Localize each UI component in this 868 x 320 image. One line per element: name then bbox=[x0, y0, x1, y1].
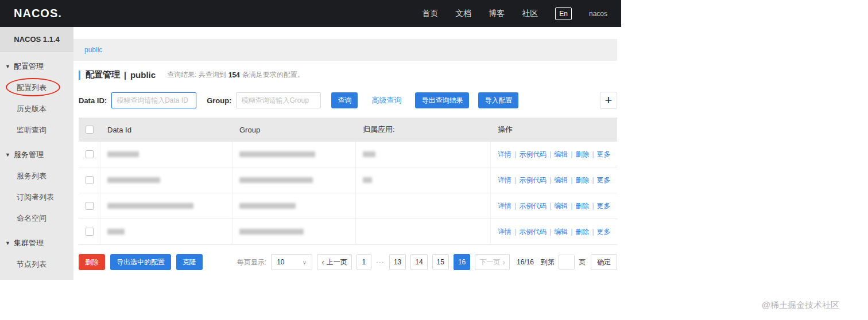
action-edit[interactable]: 编辑 bbox=[554, 201, 568, 211]
sidebar-section-cluster[interactable]: ▼ 集群管理 bbox=[0, 232, 73, 253]
page-button-1[interactable]: 1 bbox=[356, 254, 371, 270]
sidebar-item-history[interactable]: 历史版本 bbox=[0, 98, 73, 119]
caret-down-icon: ▼ bbox=[5, 240, 10, 246]
query-result-text: 查询结果: 共查询到 154 条满足要求的配置。 bbox=[167, 70, 304, 80]
pagination: 每页显示: 10 ∨ ‹ 上一页 1 ··· 13 14 15 16 bbox=[237, 254, 617, 270]
table-row: 详情 | 示例代码 | 编辑 | 删除 | 更多 bbox=[79, 219, 617, 245]
action-detail[interactable]: 详情 bbox=[498, 201, 512, 211]
dataid-input[interactable] bbox=[111, 92, 196, 108]
table-header-row: Data Id Group 归属应用: 操作 bbox=[79, 118, 617, 142]
row-checkbox[interactable] bbox=[86, 176, 94, 184]
nav-community[interactable]: 社区 bbox=[522, 9, 538, 19]
select-all-checkbox[interactable] bbox=[86, 126, 94, 134]
prev-page-button[interactable]: ‹ 上一页 bbox=[317, 254, 352, 270]
action-detail[interactable]: 详情 bbox=[498, 227, 512, 237]
juejin-watermark: @稀土掘金技术社区 bbox=[762, 300, 839, 311]
clone-button[interactable]: 克隆 bbox=[176, 254, 203, 270]
page-total-info: 16/16 bbox=[517, 258, 534, 266]
advanced-search-link[interactable]: 高级查询 bbox=[371, 95, 401, 106]
action-edit[interactable]: 编辑 bbox=[554, 175, 568, 185]
sidebar-item-config-list[interactable]: 配置列表 bbox=[0, 77, 73, 98]
goto-page-label: 到第 bbox=[541, 257, 555, 267]
redacted-dataid bbox=[107, 151, 139, 157]
row-actions: 详情 | 示例代码 | 编辑 | 删除 | 更多 bbox=[491, 227, 617, 237]
action-more[interactable]: 更多 bbox=[597, 150, 611, 159]
sidebar-item-listener-query[interactable]: 监听查询 bbox=[0, 119, 73, 141]
redacted-dataid bbox=[107, 177, 160, 183]
action-sample-code[interactable]: 示例代码 bbox=[519, 175, 547, 185]
nav-blog[interactable]: 博客 bbox=[489, 9, 505, 19]
page-button-13[interactable]: 13 bbox=[389, 254, 406, 270]
action-delete[interactable]: 删除 bbox=[575, 201, 589, 211]
table-footer: 删除 导出选中的配置 克隆 每页显示: 10 ∨ ‹ 上一页 1 ··· 13 bbox=[79, 254, 617, 270]
pagination-ellipsis: ··· bbox=[376, 258, 385, 266]
sidebar-item-subscriber-list[interactable]: 订阅者列表 bbox=[0, 186, 73, 208]
caret-down-icon: ▼ bbox=[5, 152, 10, 158]
add-config-button[interactable]: + bbox=[600, 92, 617, 109]
namespace-tab-public[interactable]: public bbox=[84, 46, 102, 54]
sidebar-item-service-list[interactable]: 服务列表 bbox=[0, 165, 73, 186]
goto-page-input[interactable] bbox=[559, 255, 575, 270]
action-detail[interactable]: 详情 bbox=[498, 175, 512, 185]
group-input[interactable] bbox=[236, 92, 321, 108]
action-delete[interactable]: 删除 bbox=[575, 175, 589, 185]
table-row: 详情 | 示例代码 | 编辑 | 删除 | 更多 bbox=[79, 167, 617, 193]
next-page-button[interactable]: 下一页 › bbox=[475, 254, 510, 270]
page-size-select[interactable]: 10 ∨ bbox=[271, 254, 312, 270]
chevron-down-icon: ∨ bbox=[303, 259, 307, 266]
action-delete[interactable]: 删除 bbox=[575, 227, 589, 237]
import-config-button[interactable]: 导入配置 bbox=[478, 92, 518, 108]
row-checkbox[interactable] bbox=[86, 228, 94, 236]
column-header-group: Group bbox=[232, 118, 356, 142]
table-row: 详情 | 示例代码 | 编辑 | 删除 | 更多 bbox=[79, 193, 617, 219]
action-edit[interactable]: 编辑 bbox=[554, 150, 568, 159]
search-button[interactable]: 查询 bbox=[331, 92, 358, 108]
group-label: Group: bbox=[207, 96, 231, 105]
action-more[interactable]: 更多 bbox=[597, 175, 611, 185]
sidebar-section-config[interactable]: ▼ 配置管理 bbox=[0, 56, 73, 77]
goto-confirm-button[interactable]: 确定 bbox=[591, 254, 617, 270]
language-toggle-button[interactable]: En bbox=[555, 7, 572, 20]
sidebar: NACOS 1.1.4 ▼ 配置管理 配置列表 历史版本 监听查询 ▼ 服务管理… bbox=[0, 27, 73, 280]
sidebar-section-service[interactable]: ▼ 服务管理 bbox=[0, 144, 73, 165]
action-delete[interactable]: 删除 bbox=[575, 150, 589, 159]
action-sample-code[interactable]: 示例代码 bbox=[519, 227, 547, 237]
row-actions: 详情 | 示例代码 | 编辑 | 删除 | 更多 bbox=[491, 201, 617, 211]
row-actions: 详情 | 示例代码 | 编辑 | 删除 | 更多 bbox=[491, 175, 617, 185]
nav-docs[interactable]: 文档 bbox=[455, 9, 471, 19]
screen: NACOS. 首页 文档 博客 社区 En nacos NACOS 1.1.4 … bbox=[0, 0, 868, 320]
nav-home[interactable]: 首页 bbox=[422, 9, 438, 19]
page-button-14[interactable]: 14 bbox=[410, 254, 427, 270]
redacted-group bbox=[239, 203, 296, 209]
filter-toolbar: Data ID: Group: 查询 高级查询 导出查询结果 导入配置 + bbox=[79, 92, 617, 109]
sidebar-item-node-list[interactable]: 节点列表 bbox=[0, 253, 73, 275]
username-menu[interactable]: nacos bbox=[589, 10, 607, 18]
page-button-16-active[interactable]: 16 bbox=[454, 254, 470, 270]
redacted-dataid bbox=[107, 229, 125, 235]
page-size-label: 每页显示: bbox=[237, 257, 266, 267]
page-button-15[interactable]: 15 bbox=[432, 254, 449, 270]
action-more[interactable]: 更多 bbox=[597, 201, 611, 211]
row-actions: 详情 | 示例代码 | 编辑 | 删除 | 更多 bbox=[491, 150, 617, 159]
row-checkbox[interactable] bbox=[86, 202, 94, 210]
action-more[interactable]: 更多 bbox=[597, 227, 611, 237]
action-edit[interactable]: 编辑 bbox=[554, 227, 568, 237]
column-header-ops: 操作 bbox=[491, 124, 617, 135]
action-sample-code[interactable]: 示例代码 bbox=[519, 201, 547, 211]
bulk-delete-button[interactable]: 删除 bbox=[79, 254, 105, 270]
sidebar-version: NACOS 1.1.4 bbox=[0, 27, 73, 52]
row-checkbox[interactable] bbox=[86, 150, 94, 158]
action-detail[interactable]: 详情 bbox=[498, 150, 512, 159]
config-table: Data Id Group 归属应用: 操作 详情 | 示例代码 | bbox=[79, 118, 617, 245]
top-nav-links: 首页 文档 博客 社区 En nacos bbox=[422, 7, 607, 20]
redacted-group bbox=[239, 177, 313, 183]
export-selected-button[interactable]: 导出选中的配置 bbox=[110, 254, 171, 270]
page-title: 配置管理 bbox=[86, 69, 120, 80]
dataid-label: Data ID: bbox=[79, 96, 107, 105]
action-sample-code[interactable]: 示例代码 bbox=[519, 150, 547, 159]
chevron-left-icon: ‹ bbox=[321, 258, 324, 266]
export-results-button[interactable]: 导出查询结果 bbox=[415, 92, 469, 108]
nacos-logo: NACOS. bbox=[14, 7, 62, 20]
main-content: public 配置管理 | public 查询结果: 共查询到 154 条满足要… bbox=[73, 27, 621, 280]
sidebar-item-namespace[interactable]: 命名空间 bbox=[0, 208, 73, 229]
